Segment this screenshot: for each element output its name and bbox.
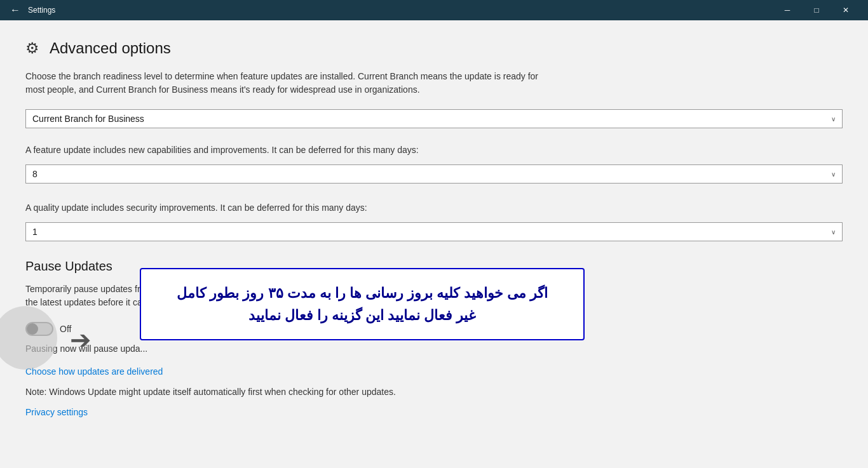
- branch-dropdown[interactable]: Current Branch for Business ∨: [25, 109, 843, 128]
- circle-highlight: [0, 306, 57, 370]
- branch-description: Choose the branch readiness level to det…: [25, 70, 546, 97]
- feature-days-dropdown[interactable]: 8 ∨: [25, 164, 843, 184]
- feature-days-arrow: ∨: [831, 171, 836, 178]
- branch-dropdown-arrow: ∨: [831, 116, 836, 123]
- note-text: Note: Windows Update might update itself…: [25, 387, 843, 397]
- callout-box: اگر می خواهید کلیه بروز رسانی ها را به م…: [140, 268, 585, 340]
- back-button[interactable]: ←: [8, 3, 23, 18]
- feature-days-value: 8: [32, 169, 826, 179]
- callout-line2: غیر فعال نمایید این گزینه را فعال نمایید: [160, 304, 564, 326]
- branch-dropdown-value: Current Branch for Business: [32, 114, 826, 124]
- back-icon: ←: [10, 4, 20, 16]
- page-title: Advanced options: [50, 39, 171, 57]
- page-title-row: ⚙ Advanced options: [25, 39, 843, 57]
- close-button[interactable]: ✕: [831, 0, 860, 20]
- arrow-pointer: ➔: [70, 325, 92, 354]
- deliver-link[interactable]: Choose how updates are delivered: [25, 366, 843, 377]
- callout-text: اگر می خواهید کلیه بروز رسانی ها را به م…: [160, 282, 564, 326]
- titlebar: ← Settings ─ □ ✕: [0, 0, 868, 20]
- quality-days-arrow: ∨: [831, 229, 836, 236]
- minimize-button[interactable]: ─: [773, 0, 802, 20]
- quality-update-label: A quality update includes security impro…: [25, 201, 546, 215]
- privacy-link[interactable]: Privacy settings: [25, 407, 843, 417]
- content-area: ⚙ Advanced options Choose the branch rea…: [0, 20, 868, 468]
- quality-days-value: 1: [32, 227, 826, 237]
- pausing-text: Pausing now will pause upda...: [25, 344, 843, 354]
- gear-icon: ⚙: [25, 39, 39, 57]
- feature-update-label: A feature update includes new capabiliti…: [25, 144, 546, 157]
- callout-line1: اگر می خواهید کلیه بروز رسانی ها را به م…: [160, 282, 564, 304]
- maximize-button[interactable]: □: [802, 0, 831, 20]
- window-controls: ─ □ ✕: [773, 0, 860, 20]
- window-title: Settings: [28, 6, 773, 15]
- quality-days-dropdown[interactable]: 1 ∨: [25, 222, 843, 241]
